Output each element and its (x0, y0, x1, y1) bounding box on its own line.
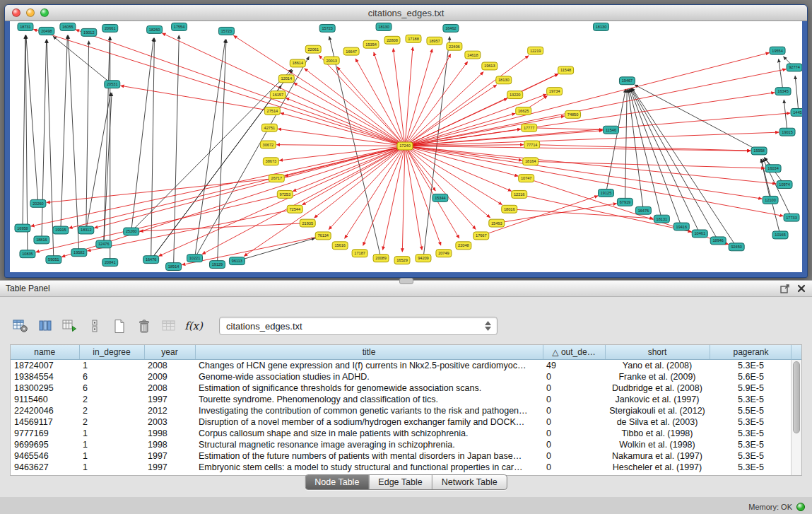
new-table-button[interactable] (110, 317, 129, 334)
table-cell[interactable]: Disruption of a novel member of a sodium… (195, 416, 543, 428)
graph-edge[interactable] (405, 146, 776, 184)
column-header[interactable]: short (605, 345, 710, 360)
table-cell[interactable]: Wolkin et al. (1998) (605, 439, 710, 450)
table-row[interactable]: 969969511998Structural magnetic resonanc… (11, 439, 792, 450)
graph-edge[interactable] (294, 83, 405, 146)
table-cell[interactable]: de Silva et al. (2003) (605, 416, 710, 428)
graph-edge[interactable] (47, 40, 54, 259)
table-row[interactable]: 1872400712008Changes of HCN gene express… (11, 360, 792, 372)
graph-edge[interactable] (481, 196, 598, 236)
table-cell[interactable]: 18300295 (11, 382, 79, 394)
table-cell[interactable]: 0 (543, 405, 605, 416)
function-builder-button[interactable]: f(x) (184, 317, 203, 334)
graph-node[interactable]: 20498 (39, 27, 54, 35)
graph-node[interactable]: 18957 (427, 37, 442, 45)
graph-edge[interactable] (202, 146, 405, 255)
graph-node[interactable]: 18816 (34, 236, 49, 244)
table-cell[interactable]: 0 (543, 450, 605, 462)
table-row[interactable]: 977716911998Corpus callosum shape and si… (11, 428, 792, 439)
row-tools-button[interactable] (86, 317, 104, 334)
graph-edge[interactable] (784, 100, 787, 132)
graph-edge[interactable] (237, 238, 314, 261)
table-cell[interactable]: 5.3E-5 (710, 450, 792, 462)
graph-edge[interactable] (23, 35, 25, 228)
table-cell[interactable]: Stergiakouli et al. (2012) (605, 405, 710, 416)
graph-edge[interactable] (625, 89, 627, 202)
graph-node[interactable]: 10165 (772, 231, 788, 239)
graph-node[interactable]: 10835 (20, 250, 35, 258)
graph-node[interactable]: 38673 (263, 158, 278, 165)
graph-edge[interactable] (86, 41, 89, 230)
graph-node[interactable]: 18260 (147, 25, 163, 33)
column-header[interactable]: pagerank (710, 345, 792, 360)
graph-edge[interactable] (405, 146, 422, 250)
table-cell[interactable]: Hescheler et al. (1997) (605, 462, 710, 473)
graph-node[interactable]: 27514 (264, 107, 280, 115)
graph-edge[interactable] (61, 146, 405, 257)
graph-node[interactable]: 12014 (278, 75, 294, 83)
table-cell[interactable]: 1998 (144, 428, 195, 439)
graph-edge[interactable] (405, 146, 518, 177)
graph-node[interactable]: 16625 (516, 107, 531, 115)
table-cell[interactable]: Changes of HCN gene expression and I(f) … (195, 360, 543, 372)
graph-node[interactable]: 59051 (46, 256, 61, 264)
table-cell[interactable]: 1 (79, 439, 144, 450)
table-cell[interactable]: Yano et al. (2008) (605, 360, 710, 372)
graph-edge[interactable] (393, 49, 405, 146)
graph-node[interactable]: 19915 (53, 226, 69, 234)
table-row[interactable]: 911546021997Tourette syndrome. Phenomeno… (11, 394, 792, 405)
graph-node[interactable]: 18164 (523, 158, 539, 165)
graph-node[interactable]: 97253 (277, 190, 293, 198)
graph-edge[interactable] (36, 194, 286, 252)
table-cell[interactable]: Genome-wide association studies in ADHD. (195, 371, 543, 382)
graph-edge[interactable] (25, 35, 28, 254)
table-cell[interactable]: 19384554 (11, 371, 79, 382)
graph-node[interactable]: 22048 (456, 242, 471, 250)
graph-node[interactable]: 20749 (436, 250, 452, 257)
graph-node[interactable]: 18312 (78, 226, 94, 234)
graph-node[interactable]: 92774 (787, 64, 802, 71)
graph-node[interactable]: 16529 (394, 257, 410, 264)
graph-edge[interactable] (405, 132, 779, 146)
graph-edge[interactable] (217, 40, 226, 264)
table-cell[interactable]: Estimation of the future numbers of pati… (195, 450, 543, 462)
graph-node[interactable]: 25260 (124, 228, 139, 235)
graph-node[interactable]: 72544 (287, 205, 302, 213)
column-header[interactable]: △ out_de… (543, 345, 605, 360)
table-cell[interactable]: 2008 (144, 382, 195, 394)
graph-node[interactable]: 16462 (443, 24, 459, 32)
graph-node[interactable]: 14618 (465, 51, 481, 59)
graph-node[interactable]: 12219 (528, 47, 543, 54)
graph-edge[interactable] (405, 54, 451, 146)
graph-node[interactable]: 15354 (363, 40, 379, 48)
table-cell[interactable]: 6 (79, 382, 144, 394)
graph-node[interactable]: 15723 (218, 27, 234, 35)
graph-node[interactable]: 67919 (617, 198, 632, 206)
graph-node[interactable]: 19613 (482, 62, 498, 70)
graph-edge[interactable] (363, 146, 405, 246)
graph-node[interactable]: 17188 (406, 35, 421, 42)
table-cell[interactable]: Investigating the contribution of common… (195, 405, 543, 416)
graph-node[interactable]: 17667 (473, 232, 489, 240)
graph-node[interactable]: 19416 (673, 223, 689, 230)
graph-node[interactable]: 15493 (489, 219, 505, 227)
graph-edge[interactable] (795, 76, 799, 112)
table-cell[interactable]: 5.3E-5 (710, 428, 792, 439)
table-cell[interactable]: 9463627 (11, 462, 79, 473)
graph-edge[interactable] (423, 37, 450, 258)
graph-edge[interactable] (405, 62, 468, 146)
graph-node[interactable]: 16476 (635, 206, 651, 214)
table-cell[interactable]: 18724007 (11, 360, 79, 372)
table-cell[interactable]: 14569117 (11, 416, 79, 428)
graph-node[interactable]: 17240 (397, 142, 413, 150)
table-row[interactable]: 946554611997Estimation of the future num… (11, 450, 792, 462)
show-columns-button[interactable] (36, 317, 54, 334)
graph-node[interactable]: 12476 (96, 240, 112, 248)
graph-node[interactable]: 17777 (522, 124, 537, 132)
graph-edge[interactable] (519, 194, 692, 232)
graph-node[interactable]: 22808 (384, 36, 400, 44)
close-panel-icon[interactable] (796, 284, 806, 293)
minimize-window-button[interactable] (26, 8, 35, 17)
graph-node[interactable]: 22061 (305, 45, 321, 53)
column-header[interactable]: year (144, 345, 195, 360)
